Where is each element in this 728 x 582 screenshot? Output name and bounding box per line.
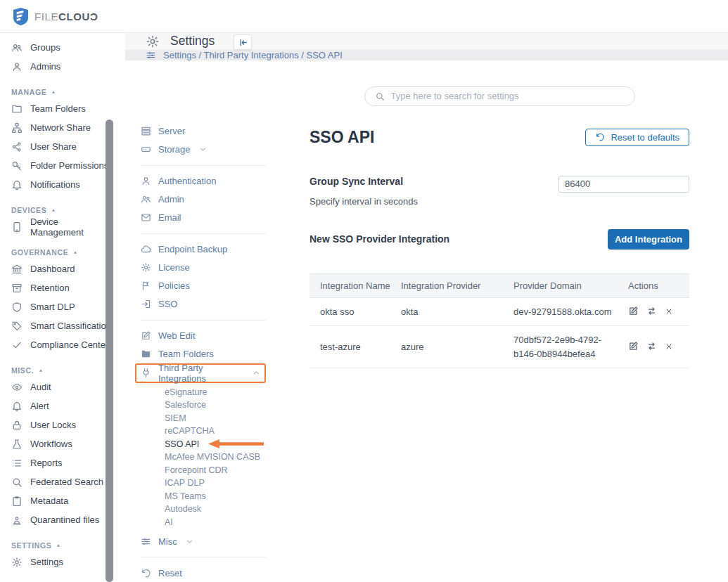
- settings-nav-license[interactable]: License: [141, 259, 266, 277]
- close-icon: [665, 307, 673, 316]
- sidebar-scrollbar[interactable]: [106, 119, 113, 582]
- sync-action-button[interactable]: [646, 341, 657, 354]
- settings-nav-team-folders[interactable]: Team Folders: [141, 345, 266, 363]
- settings-nav-sub-ai[interactable]: AI: [165, 516, 266, 529]
- search-input[interactable]: [391, 91, 625, 101]
- group-sync-help: Specify interval in seconds: [309, 196, 418, 207]
- settings-nav-sub-mcafee-mvision-casb[interactable]: McAfee MVISION CASB: [165, 451, 266, 464]
- settings-nav-sub-label: SSO API: [165, 439, 199, 449]
- repeat-icon: [646, 306, 657, 316]
- settings-nav-web-edit[interactable]: Web Edit: [141, 327, 266, 345]
- page-header-title: Settings: [170, 34, 215, 48]
- cell-actions: [628, 297, 689, 326]
- edit-icon: [141, 330, 151, 341]
- bell-icon: [11, 401, 23, 412]
- settings-nav-sub-label: MS Teams: [165, 491, 206, 501]
- sidebar-section-label: DEVICES: [11, 206, 46, 214]
- sidebar-item-label: Groups: [30, 42, 60, 53]
- edit-action-button[interactable]: [628, 306, 639, 318]
- reset-to-defaults-button[interactable]: Reset to defaults: [585, 129, 689, 146]
- settings-search[interactable]: [364, 86, 635, 106]
- collapse-sidebar-button[interactable]: [234, 34, 252, 50]
- plug-icon: [141, 368, 151, 378]
- reset-icon: [595, 132, 605, 142]
- breadcrumb-path[interactable]: Settings / Third Party Integrations / SS…: [163, 50, 343, 60]
- settings-nav-sub-ms-teams[interactable]: MS Teams: [165, 490, 266, 503]
- settings-nav-server[interactable]: Server: [141, 122, 266, 141]
- settings-nav-storage[interactable]: Storage: [141, 141, 266, 159]
- settings-nav-authentication[interactable]: Authentication: [141, 172, 266, 190]
- key-icon: [11, 160, 23, 172]
- settings-nav-sub-recaptcha[interactable]: reCAPTCHA: [165, 425, 266, 438]
- edit-action-button[interactable]: [628, 341, 639, 354]
- sidebar-item-label: Folder Permissions: [30, 160, 108, 171]
- settings-nav-label: Policies: [158, 280, 190, 291]
- group-sync-interval-input[interactable]: [558, 176, 689, 193]
- sidebar-item-label: Alert: [30, 401, 49, 411]
- settings-nav-label: Email: [158, 212, 181, 223]
- sidebar-item-label: Dashboard: [30, 264, 75, 274]
- sidebar-item-team-folders[interactable]: Team Folders: [0, 99, 125, 118]
- settings-nav-label: Storage: [158, 144, 191, 155]
- drive-icon: [141, 144, 151, 155]
- sidebar-section-manage[interactable]: MANAGE: [0, 85, 125, 99]
- triangle-up-icon: [51, 207, 56, 213]
- search-icon: [11, 477, 23, 488]
- sidebar-item-label: Notifications: [30, 179, 80, 190]
- settings-nav-third-party-integrations[interactable]: Third Party Integrations: [141, 365, 260, 382]
- sidebar-item-label: Federated Search: [30, 477, 103, 487]
- sidebar-item-label: Quarantined files: [30, 515, 99, 525]
- gear-icon: [11, 557, 23, 568]
- settings-nav-sub-autodesk[interactable]: Autodesk: [165, 503, 266, 516]
- settings-nav-sub-esignature[interactable]: eSignature: [165, 386, 266, 399]
- signin-icon: [141, 299, 151, 309]
- settings-gear-icon: [146, 34, 160, 48]
- chev-down-icon: [186, 538, 193, 545]
- settings-nav-reset[interactable]: Reset: [141, 564, 266, 582]
- delete-action-button[interactable]: [665, 307, 673, 318]
- settings-nav-email[interactable]: Email: [141, 209, 266, 227]
- person-icon: [11, 61, 23, 72]
- settings-nav-policies[interactable]: Policies: [141, 277, 266, 295]
- sidebar-item-groups[interactable]: Groups: [0, 38, 125, 57]
- sidebar-item-label: Network Share: [30, 122, 91, 133]
- quarantine-icon: [11, 515, 23, 526]
- settings-nav-label: SSO: [158, 299, 177, 309]
- settings-nav-admin[interactable]: Admin: [141, 190, 266, 209]
- settings-nav-sub-icap-dlp[interactable]: ICAP DLP: [165, 477, 266, 490]
- chev-up-icon: [253, 369, 260, 377]
- filecloud-logo[interactable]: FILECLOUƆ: [13, 7, 98, 26]
- add-integration-button[interactable]: Add Integration: [608, 229, 689, 250]
- settings-nav-sso[interactable]: SSO: [141, 295, 266, 313]
- app-window: FILECLOUƆ GroupsAdminsMANAGETeam Folders…: [0, 0, 728, 582]
- settings-nav-sub-salesforce[interactable]: Salesforce: [165, 399, 266, 412]
- settings-nav-sub-label: Salesforce: [165, 400, 206, 410]
- share-icon: [11, 141, 23, 153]
- group-sync-setting: Group Sync Interval Specify interval in …: [309, 176, 689, 207]
- cell-provider-domain: 70dbf572-2e9b-4792-b146-0b8944befea4: [513, 326, 628, 368]
- settings-nav-sub-label: SIEM: [165, 413, 186, 423]
- settings-nav-sub-siem[interactable]: SIEM: [165, 412, 266, 425]
- chev-down-icon: [199, 146, 207, 153]
- settings-nav-endpoint-backup[interactable]: Endpoint Backup: [141, 240, 266, 259]
- settings-nav-sub-sso-api[interactable]: SSO API: [165, 438, 266, 451]
- sidebar-item-label: Settings: [30, 557, 63, 567]
- person-icon: [141, 176, 151, 186]
- settings-nav-misc[interactable]: Misc: [141, 532, 266, 550]
- sync-action-button[interactable]: [646, 306, 657, 318]
- sidebar-item-label: Retention: [30, 283, 70, 293]
- lock-icon: [11, 420, 23, 431]
- delete-action-button[interactable]: [665, 342, 673, 353]
- sidebar-item-admins[interactable]: Admins: [0, 57, 125, 76]
- nav-divider: [141, 557, 266, 557]
- settings-nav-sub-label: reCAPTCHA: [165, 426, 215, 436]
- collapse-left-icon: [238, 38, 248, 47]
- page-title: SSO API: [309, 128, 374, 147]
- settings-page: SSO API Reset to defaults Group Sync Int…: [309, 60, 689, 582]
- table-row: okta ssooktadev-92791588.okta.com: [309, 297, 689, 326]
- sidebar-item-label: Smart Classification: [30, 321, 111, 331]
- edit-icon: [628, 306, 639, 316]
- settings-nav-label: Endpoint Backup: [158, 244, 227, 254]
- settings-nav-sub-forcepoint-cdr[interactable]: Forcepoint CDR: [165, 464, 266, 477]
- table-header-row: Integration NameIntegration ProviderProv…: [309, 273, 689, 297]
